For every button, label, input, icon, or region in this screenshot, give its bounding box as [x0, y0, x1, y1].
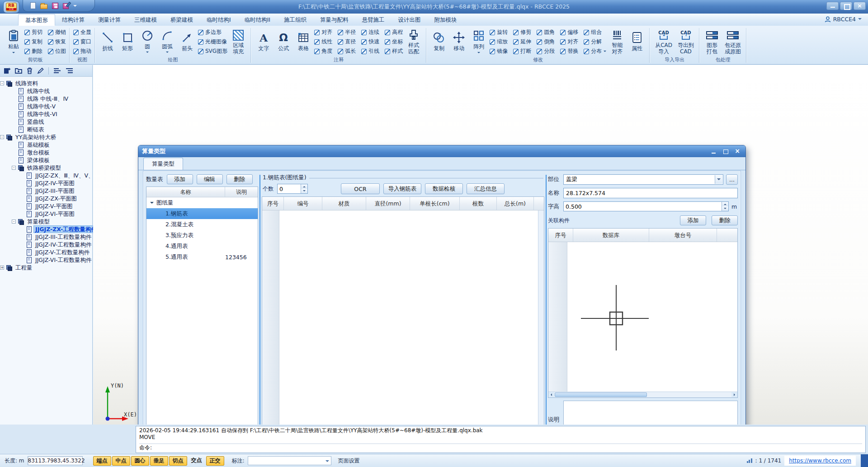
stepper-arrows[interactable] [301, 184, 307, 193]
scroll-right-arrow[interactable] [731, 392, 737, 397]
tree-node[interactable]: JJGJZ-ZX-工程数量构件 [0, 225, 92, 233]
tree-node[interactable]: 工程量 [0, 264, 92, 271]
ribbon-tool-button[interactable]: 光栅图像 [198, 37, 227, 47]
page-setup-button[interactable]: 页面设置 [338, 457, 360, 465]
quantity-table-row[interactable]: 3.预应力表 [146, 230, 258, 241]
ribbon-tool-button[interactable]: 连续 [361, 28, 379, 37]
formula-button[interactable]: 公式 [274, 30, 292, 53]
count-input[interactable] [278, 184, 301, 193]
col-material[interactable]: 材质 [322, 197, 366, 210]
browse-button[interactable]: ... [726, 174, 738, 185]
ribbon-tool-button[interactable]: 线性 [314, 37, 332, 47]
column-header-desc[interactable]: 说明 [225, 187, 258, 197]
ribbon-tab[interactable]: 施工组织 [277, 14, 313, 26]
ribbon-tool-button[interactable]: 引线 [361, 47, 379, 56]
snap-toggle[interactable]: 垂足 [150, 456, 168, 466]
tree-node[interactable]: JJGJZ-V-平面图 [0, 202, 92, 210]
add-icon[interactable] [4, 67, 10, 74]
ribbon-tool-button[interactable]: 半径 [338, 28, 356, 37]
stepper-arrows[interactable] [722, 202, 728, 211]
tree-node[interactable]: 基础模板 [0, 141, 92, 149]
move-button[interactable]: 移动 [450, 30, 468, 53]
tree-node[interactable]: 断链表 [0, 126, 92, 133]
tree-node[interactable]: 铁路桥梁模型 [0, 164, 92, 172]
expand-list-icon[interactable] [53, 68, 61, 74]
close-button[interactable] [854, 2, 866, 10]
ribbon-tool-button[interactable]: 对齐 [314, 28, 332, 37]
website-link[interactable]: https://www.rbcce.com [784, 456, 856, 466]
text-height-input[interactable] [564, 202, 722, 211]
app-logo[interactable] [3, 1, 19, 13]
ribbon-tool-button[interactable]: 倒角 [537, 37, 555, 47]
user-badge[interactable]: RBCCE4 [825, 16, 862, 23]
tree-node[interactable]: YY高架站特大桥 [0, 133, 92, 141]
snap-toggle[interactable]: 端点 [93, 456, 111, 466]
dialog-minimize-button[interactable] [709, 148, 718, 155]
qat-dropdown-icon[interactable] [73, 5, 77, 9]
ribbon-tool-button[interactable]: 位图 [48, 47, 66, 56]
summary-info-button[interactable]: 汇总信息 [467, 183, 505, 194]
ribbon-tab[interactable]: 附加模块 [428, 14, 464, 26]
table-button[interactable]: 表格 [294, 30, 312, 53]
part-combobox[interactable]: 盖梁 [563, 174, 723, 185]
edit-icon[interactable] [37, 67, 44, 74]
tree-node[interactable]: 算量模型 [0, 218, 92, 225]
ribbon-tool-button[interactable]: 复制 [24, 37, 42, 47]
ribbon-tab[interactable]: 桥梁建模 [164, 14, 200, 26]
annotation-combobox[interactable] [248, 456, 331, 465]
name-field[interactable] [563, 188, 738, 198]
tree-expander-icon[interactable] [0, 135, 4, 139]
ribbon-tool-button[interactable]: 撤销 [48, 28, 66, 37]
command-history[interactable]: 2026-02-05 19:44:29.163161 自动保存到 F:\工程\中… [136, 426, 866, 453]
data-check-button[interactable]: 数据检核 [425, 183, 463, 194]
array-button[interactable]: 阵列 [470, 28, 488, 56]
minimize-button[interactable] [826, 2, 839, 10]
count-stepper[interactable] [277, 184, 308, 194]
restore-package-button[interactable]: 包还原成原图 [723, 28, 743, 56]
maximize-button[interactable] [840, 2, 852, 10]
col-total-length[interactable]: 总长(m) [497, 197, 534, 210]
ribbon-tab[interactable]: 悬臂施工 [355, 14, 392, 26]
ribbon-tool-button[interactable]: 替换 [560, 47, 578, 56]
ribbon-tab[interactable]: 结构计算 [55, 14, 91, 26]
delete-icon[interactable] [27, 67, 33, 74]
quantity-table-row[interactable]: 5.通用表 123456 [146, 252, 258, 262]
export-to-cad-button[interactable]: CAD 导出到CAD [676, 28, 696, 56]
ribbon-tab[interactable]: 三维建模 [127, 14, 164, 26]
ribbon-tool-button[interactable]: 直径 [338, 37, 356, 47]
polyline-button[interactable]: 折线 [99, 30, 117, 53]
tree-node[interactable]: 梁体模板 [0, 156, 92, 164]
ribbon-tab[interactable]: 测量计算 [91, 14, 127, 26]
arc-button[interactable]: 圆弧 [158, 28, 176, 55]
tree-node[interactable]: 墩台模板 [0, 149, 92, 156]
ribbon-tool-button[interactable]: 对齐 [560, 37, 578, 47]
command-prompt[interactable]: 命令: [139, 444, 862, 452]
ribbon-tool-button[interactable]: 坐标 [385, 37, 403, 47]
ribbon-tool-button[interactable]: 高程 [385, 28, 403, 37]
ribbon-tool-button[interactable]: 旋转 [490, 28, 508, 37]
tree-node[interactable]: JJGJZ-ZX-平面图 [0, 195, 92, 202]
ribbon-tool-button[interactable]: 打断 [513, 47, 531, 56]
component-preview[interactable] [567, 242, 737, 392]
quantity-table-row[interactable]: 2.混凝土表 [146, 219, 258, 230]
ribbon-tool-button[interactable]: 分解 [584, 37, 606, 47]
ribbon-tool-button[interactable]: 快速 [361, 37, 379, 47]
snap-toggle[interactable]: 中点 [112, 456, 130, 466]
properties-button[interactable]: 属性 [628, 30, 646, 53]
edit-table-button[interactable]: 编辑 [197, 174, 223, 184]
quantity-table-row[interactable]: 图纸量 [146, 197, 258, 208]
col-seq[interactable]: 序号 [548, 229, 573, 242]
scrollbar-thumb[interactable] [555, 392, 647, 397]
col-pier-number[interactable]: 墩台号 [649, 229, 717, 242]
collapse-list-icon[interactable] [66, 68, 73, 74]
col-number[interactable]: 编号 [284, 197, 322, 210]
region-fill-button[interactable]: 区域填充 [229, 28, 247, 56]
delete-related-button[interactable]: 删除 [712, 215, 738, 225]
ribbon-tool-button[interactable]: 修剪 [513, 28, 531, 37]
snap-toggle[interactable]: 切点 [169, 456, 187, 466]
tree-expander-icon[interactable] [12, 166, 16, 170]
tree-node[interactable]: 线路资料 [0, 79, 92, 87]
rectangle-button[interactable]: 矩形 [118, 30, 137, 53]
ribbon-tool-button[interactable]: SVG图形 [198, 47, 227, 56]
tree-node[interactable]: JJGJZ-III-平面图 [0, 187, 92, 195]
